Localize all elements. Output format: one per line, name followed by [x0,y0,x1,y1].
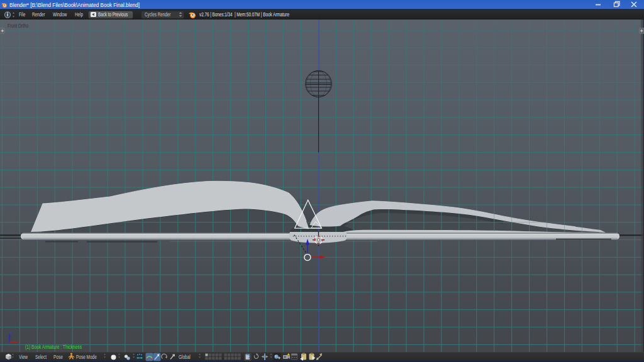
svg-text:z: z [11,330,13,334]
svg-text:Front Ortho: Front Ortho [8,23,28,29]
svg-text:(1) Book Armature : Thickness: (1) Book Armature : Thickness [25,344,82,350]
